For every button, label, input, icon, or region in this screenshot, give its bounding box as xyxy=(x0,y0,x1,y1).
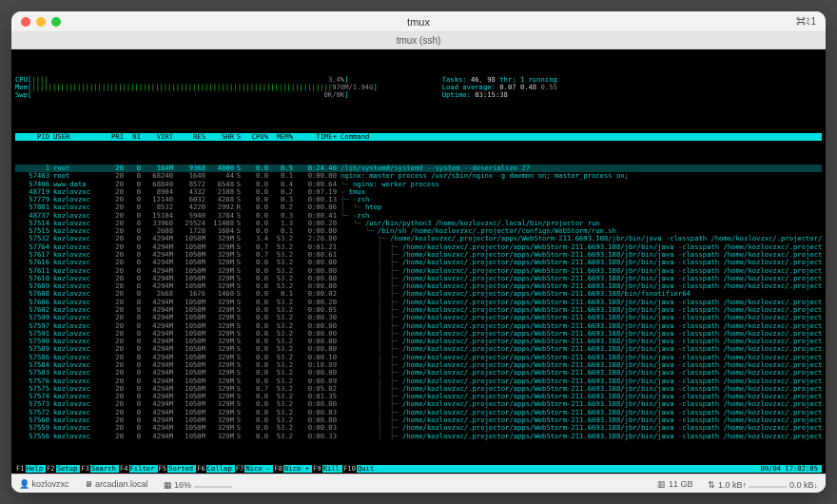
process-row[interactable]: 57586kozlovzxc2004294M1050M329MS0.053.20… xyxy=(15,354,822,361)
process-row[interactable]: 57606kozlovzxc2004294M1050M329MS0.053.20… xyxy=(15,299,822,306)
process-row[interactable]: 57556kozlovzxc2004294M1050M329MS0.053.20… xyxy=(15,433,822,440)
process-row[interactable]: 57403root20068240164044S0.00.10:00.00ngi… xyxy=(15,172,822,180)
fnkey[interactable]: F5 xyxy=(158,465,168,473)
close-icon[interactable] xyxy=(21,17,30,27)
col-mem[interactable]: MEM% xyxy=(268,133,293,141)
fnkey-label: Nice - xyxy=(244,465,273,473)
cpu-sparkline-icon xyxy=(194,478,232,488)
process-row[interactable]: 57572kozlovzxc2004294M1050M329MS0.053.20… xyxy=(15,409,822,417)
terminal-viewport[interactable]: CPU[|||| 3.4%] Mem[|||||||||||||||||||||… xyxy=(11,49,826,474)
process-row[interactable]: 48737kozlovzxc2001510459403784S0.00.30:0… xyxy=(15,212,822,220)
fnkey[interactable]: F6 xyxy=(196,465,206,473)
fnkey-label: Kill xyxy=(322,465,342,473)
fnkey-label: Search xyxy=(90,465,119,473)
fnkey[interactable]: F2 xyxy=(46,465,56,473)
col-shr[interactable]: SHR xyxy=(205,133,234,141)
process-row[interactable]: 57599kozlovzxc2004294M1050M329MS0.053.20… xyxy=(15,314,822,321)
app-tab-label: tmux (ssh) xyxy=(397,35,441,46)
process-row[interactable]: 57597kozlovzxc2004294M1050M329MS0.053.20… xyxy=(15,322,822,330)
col-pri[interactable]: PRI xyxy=(103,133,124,141)
process-row[interactable]: 57584kozlovzxc2004294M1050M329MS0.053.20… xyxy=(15,361,822,369)
process-row[interactable]: 57514kozlovzxc200339602552411408S0.01.30… xyxy=(15,220,822,227)
process-row[interactable]: 57609kozlovzxc2004294M1050M329MS0.053.20… xyxy=(15,282,822,290)
swap-meter: Swp[ 0K/0K] xyxy=(15,90,349,99)
col-user[interactable]: USER xyxy=(49,133,103,141)
fnkey[interactable]: F7 xyxy=(235,465,245,473)
process-row[interactable]: 57515kozlovzxc200260817201604S0.00.10:00… xyxy=(15,227,822,235)
col-pid[interactable]: PID xyxy=(15,133,49,141)
process-row[interactable]: 57602kozlovzxc2004294M1050M329MS0.053.20… xyxy=(15,306,822,314)
htop-meters: CPU[|||| 3.4%] Mem[|||||||||||||||||||||… xyxy=(15,68,822,107)
process-row[interactable]: 57583kozlovzxc2004294M1050M329MS0.053.20… xyxy=(15,369,822,377)
fnkey-label: Quit xyxy=(357,465,377,473)
htop-date: 09/04 17:02:05 xyxy=(756,465,822,473)
app-tab[interactable]: tmux (ssh) xyxy=(11,32,826,49)
col-cpu[interactable]: CPU% xyxy=(243,133,268,141)
process-row[interactable]: 57779kozlovzxc2001214060324288S0.00.30:0… xyxy=(15,196,822,204)
col-ni[interactable]: NI xyxy=(124,133,141,141)
fnkey[interactable]: F3 xyxy=(80,465,90,473)
col-s[interactable]: S xyxy=(234,133,243,141)
process-list[interactable]: 1root200164M93684800S0.00.50:24.40/lib/s… xyxy=(15,165,822,440)
process-row[interactable]: 57764kozlovzxc2004294M1050M329MS0.753.20… xyxy=(15,243,822,251)
traffic-lights xyxy=(21,17,61,27)
status-mem: ▥ 11 GB xyxy=(657,479,692,489)
window-title: tmux xyxy=(407,16,430,28)
fnkey[interactable]: F10 xyxy=(342,465,357,473)
process-row[interactable]: 57801kozlovzxc200853242202992R0.00.20:00… xyxy=(15,204,822,211)
fnkey[interactable]: F1 xyxy=(15,465,26,473)
process-row[interactable]: 1root200164M93684800S0.00.50:24.40/lib/s… xyxy=(15,165,822,172)
col-time[interactable]: TIME+ xyxy=(293,133,337,141)
process-row[interactable]: 57559kozlovzxc2004294M1050M329MS0.053.20… xyxy=(15,424,822,432)
process-row[interactable]: 57575kozlovzxc2004294M1050M329MS0.753.20… xyxy=(15,385,822,393)
process-row[interactable]: 57576kozlovzxc2004294M1050M329MS0.053.20… xyxy=(15,378,822,385)
process-row[interactable]: 57406www-data2006884085726548S0.00.40:00… xyxy=(15,181,822,188)
terminal-window: tmux ⌘ﾐ1 tmux (ssh) CPU[|||| 3.4%] Mem[|… xyxy=(11,11,826,493)
process-row[interactable]: 57591kozlovzxc2004294M1050M329MS0.053.20… xyxy=(15,330,822,338)
col-virt[interactable]: VIRT xyxy=(141,133,173,141)
col-cmd[interactable]: Command xyxy=(337,133,822,141)
process-row[interactable]: 57573kozlovzxc2004294M1050M329MS0.053.20… xyxy=(15,400,822,408)
status-net: ⇅ 1.0 kB↑ 0.0 kB↓ xyxy=(708,478,818,490)
process-row[interactable]: 57617kozlovzxc2004294M1050M329MS0.753.20… xyxy=(15,251,822,259)
fnkey-label: Nice + xyxy=(283,465,312,473)
status-cpu: ▦ 16% xyxy=(164,478,232,490)
process-row[interactable]: 57610kozlovzxc2004294M1050M329MS0.053.20… xyxy=(15,275,822,282)
iterm-statusbar: 👤 kozlovzxc 🖥 arcadian.local ▦ 16% ▥ 11 … xyxy=(11,474,826,493)
process-row[interactable]: 48719kozlovzxc200890443322108S0.00.20:07… xyxy=(15,188,822,196)
process-row[interactable]: 57532kozlovzxc2004294M1050M329MS3.453.22… xyxy=(15,235,822,242)
status-host: 🖥 arcadian.local xyxy=(85,479,148,489)
status-user: 👤 kozlovzxc xyxy=(19,479,69,489)
net-sparkline-icon xyxy=(749,478,787,488)
fnkey-label: Sorted xyxy=(167,465,196,473)
fnkey-label: Setup xyxy=(56,465,81,473)
process-header[interactable]: PID USER PRI NI VIRT RES SHR S CPU% MEM%… xyxy=(15,133,822,141)
window-right-badge: ⌘ﾐ1 xyxy=(796,16,816,27)
window-titlebar: tmux ⌘ﾐ1 xyxy=(11,11,826,32)
minimize-icon[interactable] xyxy=(36,17,46,27)
fnkey-label: Filter xyxy=(129,465,158,473)
fnkey-label: Collap xyxy=(206,465,235,473)
process-row[interactable]: 57589kozlovzxc2004294M1050M329MS0.053.20… xyxy=(15,345,822,353)
process-row[interactable]: 57611kozlovzxc2004294M1050M329MS0.053.20… xyxy=(15,267,822,275)
fnkey[interactable]: F4 xyxy=(119,465,129,473)
process-row[interactable]: 57608kozlovzxc200266816761460S0.00.10:00… xyxy=(15,290,822,298)
uptime-line: Uptime: 03:15:38 xyxy=(434,90,508,99)
fnkey-label: Help xyxy=(26,465,46,473)
fnkey[interactable]: F9 xyxy=(312,465,322,473)
col-res[interactable]: RES xyxy=(173,133,205,141)
htop-fnbar: F1HelpF2SetupF3SearchF4FilterF5SortedF6C… xyxy=(15,465,822,473)
zoom-icon[interactable] xyxy=(51,17,61,27)
fnkey[interactable]: F8 xyxy=(273,465,283,473)
process-row[interactable]: 57590kozlovzxc2004294M1050M329MS0.053.20… xyxy=(15,338,822,345)
process-row[interactable]: 57616kozlovzxc2004294M1050M329MS0.053.20… xyxy=(15,259,822,266)
process-row[interactable]: 57574kozlovzxc2004294M1050M329MS0.053.20… xyxy=(15,393,822,400)
process-row[interactable]: 57560kozlovzxc2004294M1050M329MS0.053.20… xyxy=(15,417,822,424)
